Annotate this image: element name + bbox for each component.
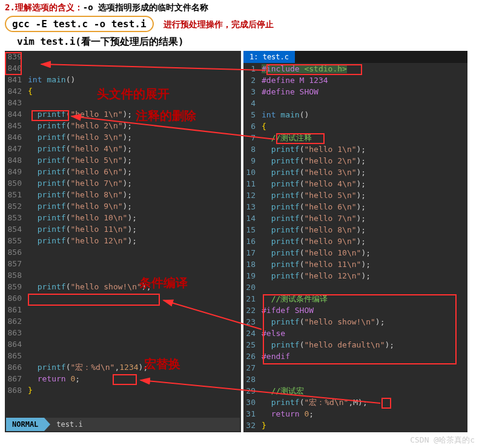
code-line[interactable]: 839 bbox=[5, 51, 241, 62]
status-arrow-icon bbox=[44, 418, 50, 431]
code-line[interactable]: 852 printf("hello 9\n"); bbox=[5, 200, 241, 212]
code-line[interactable]: 859 printf("hello show!\n"); bbox=[5, 281, 241, 292]
code-content: printf("宏：%d\n",1234); bbox=[25, 361, 241, 373]
code-line[interactable]: 865 bbox=[5, 350, 241, 361]
code-line[interactable]: 9 printf("hello 2\n"); bbox=[243, 155, 467, 166]
code-line[interactable]: 21 //测试条件编译 bbox=[243, 293, 467, 305]
code-line[interactable]: 26#endif bbox=[243, 351, 467, 362]
code-line[interactable]: 20 bbox=[243, 282, 467, 293]
line-number: 13 bbox=[243, 201, 259, 212]
line-number: 839 bbox=[5, 51, 25, 62]
code-content: int main() bbox=[259, 109, 467, 120]
code-line[interactable]: 858 bbox=[5, 269, 241, 281]
code-line[interactable]: 843 bbox=[5, 97, 241, 108]
code-content: printf("hello 6\n"); bbox=[259, 201, 467, 212]
code-line[interactable]: 850 printf("hello 7\n"); bbox=[5, 177, 241, 189]
code-line[interactable]: 17 printf("hello 10\n"); bbox=[243, 247, 467, 259]
code-line[interactable]: 24#else bbox=[243, 328, 467, 339]
code-content: //测试注释 bbox=[259, 132, 467, 143]
code-line[interactable]: 27 bbox=[243, 362, 467, 374]
code-line[interactable]: 3#define SHOW bbox=[243, 86, 467, 97]
code-content: printf("hello 7\n"); bbox=[25, 177, 241, 189]
line-number: 865 bbox=[5, 350, 25, 361]
line-number: 855 bbox=[5, 235, 25, 246]
code-line[interactable]: 863 bbox=[5, 327, 241, 338]
editors-container: 839840841int main()842{843844 printf("he… bbox=[0, 51, 482, 432]
code-line[interactable]: 28 bbox=[243, 374, 467, 385]
line-number: 854 bbox=[5, 223, 25, 235]
code-line[interactable]: 25 printf("hello default\n"); bbox=[243, 339, 467, 351]
code-line[interactable]: 22#ifdef SHOW bbox=[243, 305, 467, 316]
line-number: 28 bbox=[243, 374, 259, 385]
code-line[interactable]: 862 bbox=[5, 315, 241, 327]
code-line[interactable]: 849 printf("hello 6\n"); bbox=[5, 166, 241, 177]
editor-right-test-c[interactable]: 1: test.c 1#include <stdio.h>2#define M … bbox=[243, 51, 467, 432]
code-line[interactable]: 13 printf("hello 6\n"); bbox=[243, 201, 467, 212]
line-number: 840 bbox=[5, 62, 25, 74]
code-line[interactable]: 840 bbox=[5, 62, 241, 74]
code-line[interactable]: 851 printf("hello 8\n"); bbox=[5, 189, 241, 200]
code-line[interactable]: 23 printf("hello show!\n"); bbox=[243, 316, 467, 328]
status-mode: NORMAL bbox=[6, 418, 44, 431]
code-content bbox=[259, 282, 467, 293]
code-line[interactable]: 14 printf("hello 7\n"); bbox=[243, 212, 467, 224]
code-line[interactable]: 860 bbox=[5, 292, 241, 304]
code-line[interactable]: 32} bbox=[243, 420, 467, 431]
line-number: 863 bbox=[5, 327, 25, 338]
line-number: 32 bbox=[243, 420, 259, 431]
code-line[interactable]: 2#define M 1234 bbox=[243, 74, 467, 86]
code-line[interactable]: 854 printf("hello 11\n"); bbox=[5, 223, 241, 235]
code-content: //测试条件编译 bbox=[259, 293, 467, 305]
line-number: 864 bbox=[5, 338, 25, 350]
code-line[interactable]: 844 printf("hello 1\n"); bbox=[5, 108, 241, 120]
code-line[interactable]: 5int main() bbox=[243, 109, 467, 120]
line-number: 867 bbox=[5, 373, 25, 384]
code-line[interactable]: 10 printf("hello 3\n"); bbox=[243, 166, 467, 178]
code-content: printf("hello 12\n"); bbox=[259, 270, 467, 282]
code-line[interactable]: 29 //测试宏 bbox=[243, 385, 467, 397]
code-content: printf("hello default\n"); bbox=[259, 339, 467, 351]
code-line[interactable]: 12 printf("hello 5\n"); bbox=[243, 189, 467, 201]
code-line[interactable]: 846 printf("hello 3\n"); bbox=[5, 131, 241, 143]
code-line[interactable]: 18 printf("hello 11\n"); bbox=[243, 259, 467, 270]
code-line[interactable]: 848 printf("hello 5\n"); bbox=[5, 154, 241, 166]
code-line[interactable]: 15 printf("hello 8\n"); bbox=[243, 224, 467, 236]
code-content: printf("hello 5\n"); bbox=[25, 154, 241, 166]
code-line[interactable]: 841int main() bbox=[5, 74, 241, 85]
code-line[interactable]: 7 //测试注释 bbox=[243, 132, 467, 143]
code-line[interactable]: 30 printf("宏：%d\n",M); bbox=[243, 397, 467, 408]
code-line[interactable]: 8 printf("hello 1\n"); bbox=[243, 143, 467, 155]
code-line[interactable]: 16 printf("hello 9\n"); bbox=[243, 236, 467, 247]
code-content: printf("hello 3\n"); bbox=[25, 131, 241, 143]
code-line[interactable]: 861 bbox=[5, 304, 241, 315]
code-content bbox=[25, 246, 241, 258]
tab-bar: 1: test.c bbox=[243, 51, 467, 63]
code-line[interactable]: 853 printf("hello 10\n"); bbox=[5, 212, 241, 223]
code-line[interactable]: 867 return 0; bbox=[5, 373, 241, 384]
code-line[interactable]: 842{ bbox=[5, 85, 241, 97]
code-content: printf("hello 8\n"); bbox=[259, 224, 467, 236]
title-prefix: 2.理解选项的含义： bbox=[5, 2, 83, 12]
code-line[interactable]: 31 return 0; bbox=[243, 408, 467, 420]
code-line[interactable]: 866 printf("宏：%d\n",1234); bbox=[5, 361, 241, 373]
code-line[interactable]: 845 printf("hello 2\n"); bbox=[5, 120, 241, 131]
code-line[interactable]: 864 bbox=[5, 338, 241, 350]
tab-test-c[interactable]: 1: test.c bbox=[243, 51, 295, 63]
title-line: 2.理解选项的含义：-o 选项指明形成的临时文件名称 bbox=[5, 2, 477, 13]
code-line[interactable]: 857 bbox=[5, 258, 241, 269]
code-line[interactable]: 19 printf("hello 12\n"); bbox=[243, 270, 467, 282]
code-line[interactable]: 855 printf("hello 12\n"); bbox=[5, 235, 241, 246]
code-content: #define M 1234 bbox=[259, 74, 467, 86]
line-number: 858 bbox=[5, 269, 25, 281]
code-line[interactable]: 6{ bbox=[243, 120, 467, 132]
line-number: 10 bbox=[243, 166, 259, 178]
code-line[interactable]: 1#include <stdio.h> bbox=[243, 63, 467, 74]
code-line[interactable]: 847 printf("hello 4\n"); bbox=[5, 143, 241, 154]
line-number: 862 bbox=[5, 315, 25, 327]
editor-left-test-i[interactable]: 839840841int main()842{843844 printf("he… bbox=[5, 51, 241, 432]
code-line[interactable]: 868} bbox=[5, 384, 241, 396]
code-line[interactable]: 4 bbox=[243, 97, 467, 109]
code-content: int main() bbox=[25, 74, 241, 85]
code-line[interactable]: 11 printf("hello 4\n"); bbox=[243, 178, 467, 189]
code-line[interactable]: 856 bbox=[5, 246, 241, 258]
